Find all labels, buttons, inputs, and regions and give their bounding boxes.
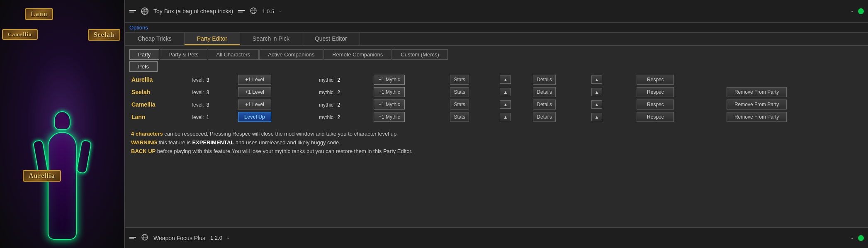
aurellia-level-btn[interactable]: +1 Level <box>238 75 271 85</box>
seelah-mythic-text: mythic: 2 <box>319 90 340 95</box>
info-bold-characters: 4 characters <box>131 131 163 137</box>
tab-cheap-tricks[interactable]: Cheap Tricks <box>125 33 185 45</box>
info-rest-3: and uses unreleased and likely buggy cod… <box>234 139 340 146</box>
globe-icon-3[interactable] <box>141 233 148 242</box>
aurellia-stats-arrow-btn[interactable]: ▲ <box>500 75 511 84</box>
lann-mythic-text: mythic: 2 <box>319 114 340 120</box>
sub-tab-active-companions[interactable]: Active Companions <box>259 49 323 60</box>
camellia-mythic-text: mythic: 2 <box>319 102 340 108</box>
char-name-aurellia: Aurellia <box>131 76 153 83</box>
bottom-lines-icon[interactable] <box>129 237 136 239</box>
config-lines-icon[interactable] <box>238 10 245 12</box>
seelah-respec-btn[interactable]: Respec <box>637 87 674 97</box>
seelah-details-arrow-btn[interactable]: ▲ <box>591 88 603 96</box>
lann-stats-arrow-btn[interactable]: ▲ <box>500 113 511 121</box>
bottom-minimize-icon[interactable]: ▪ <box>851 236 853 241</box>
sub-tab-remote-companions[interactable]: Remote Companions <box>323 49 391 60</box>
left-panel: Lann Camellia Seelah Aurellia <box>0 0 124 248</box>
aurellia-respec-btn[interactable]: Respec <box>637 75 674 85</box>
aurellia-details-arrow-btn[interactable]: ▲ <box>591 75 603 84</box>
character-table: Aurellia level: 3 +1 Level mythic: 2 <box>129 73 864 123</box>
lann-respec-btn[interactable]: Respec <box>637 112 674 122</box>
sub-tab-bar: Party Party & Pets All Characters Active… <box>129 49 864 60</box>
lann-details-btn[interactable]: Details <box>533 112 556 122</box>
seelah-stats-btn[interactable]: Stats <box>450 87 469 97</box>
info-line-1: 4 characters can be respecced. Pressing … <box>131 130 862 139</box>
bottom-bar: Weapon Focus Plus 1.2.0 - ▪ <box>125 227 868 248</box>
info-line-3: BACK UP before playing with this feature… <box>131 147 862 156</box>
character-row-lann: Lann level: 1 Level Up mythic: 2 <box>129 111 864 123</box>
char-name-lann: Lann <box>131 114 145 120</box>
info-line-2: WARNING this feature is EXPERIMENTAL and… <box>131 139 862 147</box>
tab-party-editor[interactable]: Party Editor <box>185 33 240 45</box>
lann-stats-btn[interactable]: Stats <box>450 112 469 122</box>
info-warning: WARNING <box>131 139 157 146</box>
character-row-seelah: Seelah level: 3 +1 Level mythic: 2 <box>129 86 864 98</box>
info-backup: BACK UP <box>131 148 156 154</box>
camellia-remove-btn[interactable]: Remove From Party <box>727 100 787 109</box>
sub-tab-custom-mercs[interactable]: Custom (Mercs) <box>392 49 447 60</box>
lann-level-btn[interactable]: Level Up <box>238 112 271 122</box>
lann-level-text: level: 1 <box>192 114 209 120</box>
info-rest-4: before playing with this feature.You wil… <box>156 148 413 154</box>
version-2: 1.2.0 <box>210 235 222 241</box>
status-dot-2 <box>858 235 864 241</box>
camellia-stats-arrow-btn[interactable]: ▲ <box>500 100 511 109</box>
camellia-details-arrow-btn[interactable]: ▲ <box>591 100 603 109</box>
dash-2: - <box>227 235 229 241</box>
tab-quest-editor[interactable]: Quest Editor <box>302 33 360 45</box>
char-name-seelah: Seelah <box>131 89 150 95</box>
top-bar: Toy Box (a bag of cheap tricks) 1.0.5 - … <box>125 0 868 23</box>
lann-remove-btn[interactable]: Remove From Party <box>727 112 787 122</box>
seelah-details-btn[interactable]: Details <box>533 87 556 97</box>
nameplate-lann: Lann <box>25 8 53 20</box>
globe-icon-1[interactable] <box>141 7 148 15</box>
minimize-icon[interactable]: ▪ <box>851 9 853 14</box>
main-tab-bar: Cheap Tricks Party Editor Search 'n Pick… <box>125 33 868 46</box>
info-rest-1: can be respecced. Pressing Respec will c… <box>163 131 397 137</box>
camellia-respec-btn[interactable]: Respec <box>637 100 674 109</box>
aurellia-details-btn[interactable]: Details <box>533 75 556 85</box>
plugin-name-2: Weapon Focus Plus <box>153 235 205 241</box>
lann-details-arrow-btn[interactable]: ▲ <box>591 113 603 121</box>
right-panel: Toy Box (a bag of cheap tricks) 1.0.5 - … <box>124 0 868 248</box>
sub-tab-party-pets[interactable]: Party & Pets <box>160 49 207 60</box>
character-row-aurellia: Aurellia level: 3 +1 Level mythic: 2 <box>129 73 864 86</box>
version-1: 1.0.5 <box>262 8 274 15</box>
char-name-camellia: Camellia <box>131 101 156 108</box>
seelah-mythic-btn[interactable]: +1 Mythic <box>374 87 405 97</box>
sub-tab-all-characters[interactable]: All Characters <box>208 49 259 60</box>
seelah-level-btn[interactable]: +1 Level <box>238 87 271 97</box>
content-area: Party Party & Pets All Characters Active… <box>125 46 868 227</box>
status-dot-1 <box>858 8 864 14</box>
nameplate-camellia: Camellia <box>2 29 38 40</box>
info-rest-2: this feature is <box>157 139 192 146</box>
character-row-camellia: Camellia level: 3 +1 Level mythic: 2 <box>129 98 864 111</box>
aurellia-stats-btn[interactable]: Stats <box>450 75 469 85</box>
info-experimental: EXPERIMENTAL <box>192 139 234 146</box>
camellia-level-btn[interactable]: +1 Level <box>238 100 271 109</box>
seelah-remove-btn[interactable]: Remove From Party <box>727 87 787 97</box>
options-link[interactable]: Options <box>129 24 148 31</box>
camellia-stats-btn[interactable]: Stats <box>450 100 469 109</box>
aurellia-mythic-text: mythic: 2 <box>319 77 340 83</box>
globe-icon-2[interactable] <box>250 7 257 16</box>
seelah-level-text: level: 3 <box>192 90 209 95</box>
globe-svg-3 <box>141 233 148 241</box>
seelah-stats-arrow-btn[interactable]: ▲ <box>500 88 511 96</box>
camellia-mythic-btn[interactable]: +1 Mythic <box>374 100 405 109</box>
tab-search-pick[interactable]: Search 'n Pick <box>240 33 302 45</box>
camellia-level-text: level: 3 <box>192 102 209 108</box>
globe-svg-2 <box>250 7 257 15</box>
sub-tab-pets[interactable]: Pets <box>129 61 158 72</box>
dash-1: - <box>279 8 281 15</box>
info-section: 4 characters can be respecced. Pressing … <box>129 127 864 158</box>
pets-row-container: Pets <box>129 61 864 72</box>
aurellia-mythic-btn[interactable]: +1 Mythic <box>374 75 405 85</box>
camellia-details-btn[interactable]: Details <box>533 100 556 109</box>
sub-tab-party[interactable]: Party <box>129 49 159 60</box>
lann-mythic-btn[interactable]: +1 Mythic <box>374 112 405 122</box>
nameplate-aurellia: Aurellia <box>23 170 61 182</box>
nameplate-seelah: Seelah <box>88 29 120 41</box>
settings-lines-icon[interactable] <box>129 10 136 12</box>
